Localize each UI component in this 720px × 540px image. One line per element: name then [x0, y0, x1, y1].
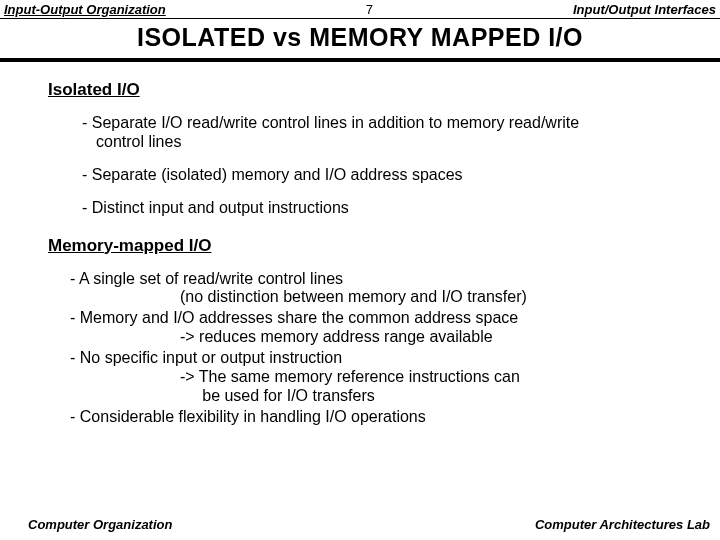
section-heading-mapped: Memory-mapped I/O [48, 236, 684, 256]
mapped-list: - A single set of read/write control lin… [70, 270, 684, 427]
page-number: 7 [366, 2, 373, 17]
bullet-text: - Considerable flexibility in handling I… [70, 408, 426, 425]
isolated-list: - Separate I/O read/write control lines … [82, 114, 684, 218]
list-item: - Considerable flexibility in handling I… [70, 408, 684, 427]
bullet-sub-cont: be used for I/O transfers [180, 387, 684, 406]
slide-content: Isolated I/O - Separate I/O read/write c… [0, 62, 720, 427]
list-item: - A single set of read/write control lin… [70, 270, 684, 308]
bullet-text: - A single set of read/write control lin… [70, 270, 343, 287]
list-item: - Distinct input and output instructions [82, 199, 684, 218]
slide-title: ISOLATED vs MEMORY MAPPED I/O [0, 19, 720, 58]
footer-right: Computer Architectures Lab [535, 517, 710, 532]
bullet-text: - Distinct input and output instructions [82, 199, 349, 216]
footer-left: Computer Organization [28, 517, 172, 532]
header-right: Input/Output Interfaces [573, 2, 716, 17]
list-item: - No specific input or output instructio… [70, 349, 684, 406]
bullet-text: - Separate I/O read/write control lines … [82, 114, 579, 131]
header-left: Input-Output Organization [4, 2, 166, 17]
list-item: - Separate (isolated) memory and I/O add… [82, 166, 684, 185]
slide-header: Input-Output Organization 7 Input/Output… [0, 0, 720, 17]
section-heading-isolated: Isolated I/O [48, 80, 684, 100]
bullet-text: - No specific input or output instructio… [70, 349, 342, 366]
bullet-text: - Separate (isolated) memory and I/O add… [82, 166, 463, 183]
list-item: - Separate I/O read/write control lines … [82, 114, 684, 152]
bullet-continuation: control lines [96, 133, 684, 152]
bullet-sub: -> reduces memory address range availabl… [180, 328, 684, 347]
bullet-sub: -> The same memory reference instruction… [180, 368, 684, 387]
bullet-sub: (no distinction between memory and I/O t… [180, 288, 684, 307]
bullet-text: - Memory and I/O addresses share the com… [70, 309, 518, 326]
slide-footer: Computer Organization Computer Architect… [0, 517, 720, 532]
list-item: - Memory and I/O addresses share the com… [70, 309, 684, 347]
